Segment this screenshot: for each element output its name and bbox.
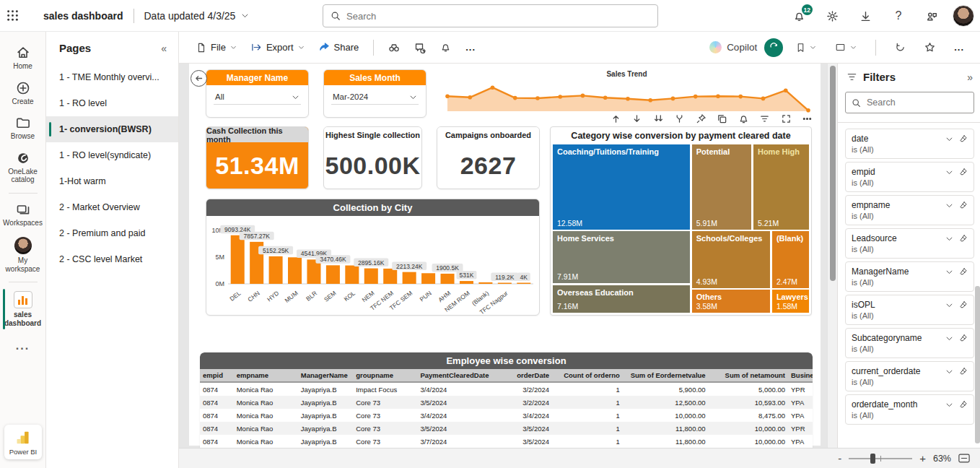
- treemap-tile--blank-[interactable]: (Blank)2.47M: [772, 231, 809, 287]
- collapse-pages-icon[interactable]: «: [161, 43, 167, 54]
- view-menu[interactable]: [829, 38, 862, 56]
- back-button[interactable]: [191, 70, 207, 87]
- treemap-tile-others[interactable]: Others3.58M: [692, 290, 770, 313]
- chevron-down-icon[interactable]: [945, 168, 953, 176]
- data-updated-menu[interactable]: Data updated 4/3/25: [144, 10, 250, 22]
- page-item-4[interactable]: 1 - RO level(syndicate): [46, 142, 178, 168]
- treemap-tile-schools-colleges[interactable]: Schools/Colleges4.93M: [692, 231, 770, 287]
- chevron-down-icon[interactable]: [945, 234, 953, 243]
- eraser-icon[interactable]: [959, 234, 968, 243]
- share-button[interactable]: Share: [313, 38, 365, 57]
- kpi-card-3[interactable]: Campaigns onboarded2627: [437, 126, 540, 189]
- filter-card-current_orderdate[interactable]: current_orderdateis (All): [845, 361, 974, 391]
- fit-to-page-icon[interactable]: [958, 454, 970, 463]
- slicer-dropdown[interactable]: Mar-2024: [331, 91, 419, 105]
- table-row[interactable]: 0874Monica RaoJayapriya.BCore 733/7/2024…: [200, 435, 813, 448]
- table-header-empname[interactable]: empname: [234, 369, 298, 382]
- table-header-groupname[interactable]: groupname: [353, 369, 417, 382]
- canvas-scrollbar-thumb[interactable]: [830, 66, 836, 281]
- chevron-down-icon[interactable]: [945, 300, 953, 309]
- chevron-down-icon[interactable]: [945, 367, 953, 376]
- toolbar-more-button[interactable]: ...: [460, 38, 481, 57]
- treemap-tile-potential[interactable]: Potential5.91M: [692, 144, 751, 230]
- alert-icon[interactable]: [738, 113, 749, 124]
- bookmarks-menu[interactable]: [790, 38, 822, 57]
- rail-item-workspaces[interactable]: Workspaces: [1, 197, 45, 233]
- pin-icon[interactable]: [695, 113, 706, 124]
- filter-card-subcategoryname[interactable]: Subcategorynameis (All): [845, 328, 974, 358]
- eraser-icon[interactable]: [959, 267, 968, 276]
- table-header-orderdate[interactable]: orderDate: [500, 369, 552, 382]
- app-launcher-icon[interactable]: [0, 4, 25, 28]
- user-avatar[interactable]: [953, 5, 974, 27]
- eraser-icon[interactable]: [959, 334, 968, 342]
- table-row[interactable]: 0874Monica RaoJayapriya.BCore 733/5/2024…: [200, 396, 813, 409]
- table-row[interactable]: 0874Monica RaoJayapriya.BCore 733/4/2024…: [200, 409, 813, 422]
- eraser-icon[interactable]: [959, 400, 968, 409]
- eraser-icon[interactable]: [959, 367, 968, 376]
- eraser-icon[interactable]: [959, 168, 968, 176]
- page-item-3[interactable]: 1- conversion(BWSR): [46, 116, 178, 142]
- settings-button[interactable]: [820, 4, 844, 28]
- chevron-down-icon[interactable]: [945, 134, 953, 143]
- filter-icon[interactable]: [759, 113, 771, 124]
- rail-item-create[interactable]: Create: [1, 76, 45, 111]
- filters-scrollbar-thumb[interactable]: [975, 286, 980, 443]
- subscribe-button[interactable]: [434, 38, 457, 57]
- treemap-tile-home-services[interactable]: Home Services7.91M: [553, 231, 690, 282]
- canvas-scrollbar[interactable]: [827, 64, 837, 448]
- comment-add-button[interactable]: [408, 38, 432, 58]
- table-header-count-of-orderno[interactable]: Count of orderno: [552, 369, 623, 382]
- zoom-out-button[interactable]: -: [838, 453, 841, 464]
- expand-filters-icon[interactable]: »: [967, 72, 973, 83]
- eraser-icon[interactable]: [959, 134, 968, 143]
- more-icon[interactable]: [802, 113, 813, 124]
- page-item-2[interactable]: 1 - RO level: [46, 90, 178, 116]
- chevron-down-icon[interactable]: [945, 267, 953, 276]
- zoom-slider[interactable]: [849, 458, 912, 459]
- employee-table-visual[interactable]: Employee wise conversion empidempnameMan…: [200, 352, 813, 448]
- rail-item-sales-dashboard[interactable]: salesdashboard: [1, 286, 45, 332]
- treemap-tile-home-high[interactable]: Home High5.21M: [753, 144, 809, 230]
- collection-by-city-visual[interactable]: Collection by City 0M5M10M9093.24KDEL785…: [206, 199, 540, 316]
- download-button[interactable]: [853, 4, 878, 28]
- powerbi-logo[interactable]: Power BI: [4, 425, 42, 459]
- treemap-visual[interactable]: Category wise conversion by payment clea…: [550, 126, 812, 316]
- notifications-button[interactable]: 12: [787, 4, 811, 28]
- chevron-down-icon[interactable]: [945, 201, 953, 209]
- table-header-sum-of-netamount[interactable]: Sum of netamount: [709, 369, 788, 382]
- rail-item-onelake-catalog[interactable]: OneLakecatalog: [1, 146, 45, 189]
- table-header-managername[interactable]: ManagerName: [298, 369, 353, 382]
- filter-card-date[interactable]: dateis (All): [845, 129, 974, 159]
- zoom-slider-thumb[interactable]: [870, 454, 875, 464]
- page-item-5[interactable]: 1-Hot warm: [46, 168, 178, 194]
- favorite-button[interactable]: [919, 38, 941, 57]
- table-row[interactable]: 0874Monica RaoJayapriya.BCore 733/5/2024…: [200, 422, 813, 435]
- table-header-paymentcleareddate[interactable]: PaymentClearedDate: [417, 369, 500, 382]
- filter-card-orderdate_month[interactable]: orderdate_monthis (All): [845, 394, 974, 425]
- drill-through-icon[interactable]: [674, 113, 686, 124]
- rail-item-browse[interactable]: Browse: [1, 110, 45, 146]
- chevron-down-icon[interactable]: [945, 400, 953, 409]
- global-search[interactable]: [323, 4, 658, 27]
- filter-card-leadsource[interactable]: Leadsourceis (All): [845, 228, 974, 259]
- focus-mode-icon[interactable]: [780, 113, 792, 124]
- search-input[interactable]: [346, 11, 650, 22]
- chevron-down-icon[interactable]: [945, 334, 953, 342]
- slicer-dropdown[interactable]: All: [214, 91, 301, 105]
- zoom-in-button[interactable]: +: [919, 453, 926, 464]
- table-header-sum-of-eordernetvalue[interactable]: Sum of Eordernetvalue: [623, 369, 709, 382]
- filter-card-managername[interactable]: ManagerNameis (All): [845, 261, 974, 292]
- filter-card-empname[interactable]: empnameis (All): [845, 195, 974, 225]
- treemap-tile-overseas-education[interactable]: Overseas Education7.16M: [553, 285, 690, 313]
- page-item-8[interactable]: 2 - CSC level Market: [46, 246, 178, 272]
- filters-search[interactable]: [845, 92, 974, 113]
- filter-card-empid[interactable]: empidis (All): [845, 162, 974, 192]
- sync-teal-button[interactable]: [764, 38, 783, 57]
- more-options-button[interactable]: ...: [948, 38, 970, 57]
- rail-more-button[interactable]: ...: [16, 332, 30, 360]
- eraser-icon[interactable]: [959, 201, 968, 209]
- refresh-button[interactable]: [889, 38, 911, 57]
- treemap-tile-coaching-tuitions-training[interactable]: Coaching/Tuitions/Training12.58M: [553, 144, 690, 230]
- page-item-7[interactable]: 2 - Premium and paid: [46, 220, 178, 246]
